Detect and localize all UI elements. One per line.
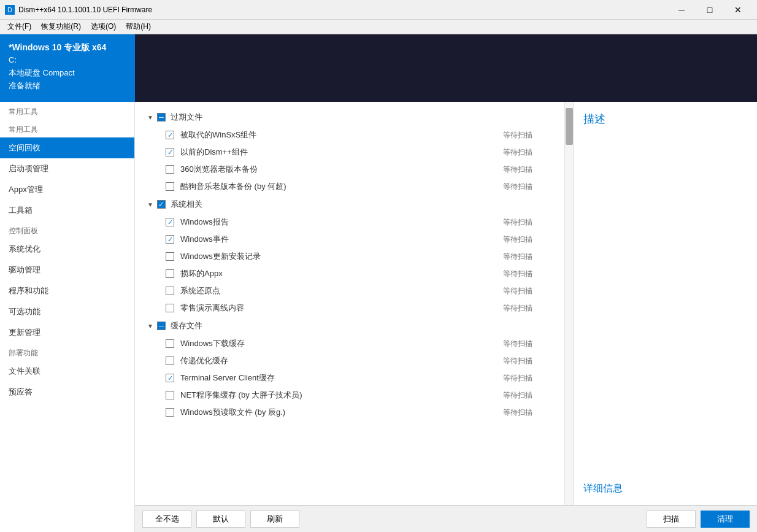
- menu-item-文件(F)[interactable]: 文件(F): [2, 20, 36, 33]
- close-button[interactable]: ✕: [724, 0, 752, 20]
- menu-item-帮助(H)[interactable]: 帮助(H): [121, 20, 156, 33]
- default-button[interactable]: 默认: [196, 511, 245, 528]
- list-item[interactable]: 360浏览器老版本备份等待扫描: [135, 161, 564, 178]
- item-label: 传递优化缓存: [180, 355, 491, 366]
- list-item[interactable]: Windows更新安装记录等待扫描: [135, 248, 564, 265]
- collapse-arrow-icon: ▼: [147, 323, 153, 330]
- item-checkbox[interactable]: [166, 165, 174, 174]
- item-checkbox[interactable]: [166, 235, 174, 244]
- title-bar-text: Dism++x64 10.1.1001.10 UEFI Firmware: [18, 6, 667, 14]
- item-label: 以前的Dism++组件: [180, 147, 491, 158]
- list-item[interactable]: 传递优化缓存等待扫描: [135, 352, 564, 369]
- item-checkbox[interactable]: [166, 357, 174, 365]
- item-label: Windows预读取文件 (by 辰g.): [180, 407, 491, 418]
- list-item[interactable]: 损坏的Appx等待扫描: [135, 265, 564, 282]
- category-header-1[interactable]: ▼✓系统相关: [135, 195, 564, 214]
- item-label: 被取代的WinSxS组件: [180, 129, 491, 141]
- list-item[interactable]: 零售演示离线内容等待扫描: [135, 299, 564, 317]
- restore-button[interactable]: □: [696, 0, 724, 20]
- category-label: 缓存文件: [171, 320, 202, 331]
- category-label: 系统相关: [171, 199, 202, 210]
- category-checkbox[interactable]: ✓: [157, 200, 166, 209]
- scrollbar-thumb[interactable]: [566, 108, 573, 145]
- sidebar-item-工具箱[interactable]: 工具箱: [0, 200, 134, 221]
- content-main: ▼─过期文件被取代的WinSxS组件等待扫描以前的Dism++组件等待扫描360…: [135, 102, 757, 505]
- minimize-button[interactable]: ─: [667, 0, 696, 20]
- item-status: 等待扫描: [503, 252, 552, 262]
- sidebar-item-空间回收[interactable]: 空间回收: [0, 137, 134, 158]
- sidebar-item-程序和功能[interactable]: 程序和功能: [0, 280, 134, 301]
- item-label: 360浏览器老版本备份: [180, 164, 491, 175]
- checklist-panel[interactable]: ▼─过期文件被取代的WinSxS组件等待扫描以前的Dism++组件等待扫描360…: [135, 102, 564, 505]
- sidebar: 常用工具 常用工具空间回收启动项管理Appx管理工具箱控制面板系统优化驱动管理程…: [0, 102, 135, 532]
- item-label: Windows事件: [180, 234, 491, 245]
- item-checkbox[interactable]: [166, 408, 174, 417]
- item-status: 等待扫描: [503, 147, 552, 158]
- item-checkbox[interactable]: [166, 252, 174, 261]
- list-item[interactable]: 系统还原点等待扫描: [135, 282, 564, 299]
- refresh-button[interactable]: 刷新: [250, 511, 299, 528]
- item-checkbox[interactable]: [166, 131, 174, 139]
- item-status: 等待扫描: [503, 407, 552, 418]
- item-label: Windows下载缓存: [180, 338, 491, 349]
- clean-button[interactable]: 清理: [701, 511, 750, 528]
- item-checkbox[interactable]: [166, 374, 174, 382]
- list-item[interactable]: 被取代的WinSxS组件等待扫描: [135, 126, 564, 144]
- menu-item-恢复功能(R)[interactable]: 恢复功能(R): [36, 20, 86, 33]
- item-status: 等待扫描: [503, 373, 552, 384]
- list-item[interactable]: NET程序集缓存 (by 大胖子技术员)等待扫描: [135, 387, 564, 404]
- item-label: NET程序集缓存 (by 大胖子技术员): [180, 390, 491, 401]
- list-item[interactable]: Windows事件等待扫描: [135, 231, 564, 248]
- sidebar-item-启动项管理[interactable]: 启动项管理: [0, 158, 134, 179]
- menu-bar: 文件(F)恢复功能(R)选项(O)帮助(H): [0, 20, 757, 34]
- header-line2: C:: [9, 54, 126, 67]
- sidebar-item-系统优化[interactable]: 系统优化: [0, 239, 134, 260]
- item-checkbox[interactable]: [166, 287, 174, 295]
- list-item[interactable]: 酷狗音乐老版本备份 (by 何超)等待扫描: [135, 178, 564, 195]
- item-checkbox[interactable]: [166, 148, 174, 156]
- list-item[interactable]: Windows预读取文件 (by 辰g.)等待扫描: [135, 404, 564, 421]
- header-line1: *Windows 10 专业版 x64: [9, 40, 126, 54]
- detail-title: 详细信息: [583, 482, 747, 495]
- title-bar: D Dism++x64 10.1.1001.10 UEFI Firmware ─…: [0, 0, 757, 20]
- item-label: Terminal Server Client缓存: [180, 372, 491, 384]
- list-item[interactable]: Windows报告等待扫描: [135, 214, 564, 231]
- item-label: 损坏的Appx: [180, 268, 491, 279]
- item-checkbox[interactable]: [166, 182, 174, 191]
- title-bar-buttons: ─ □ ✕: [667, 0, 752, 20]
- list-item[interactable]: 以前的Dism++组件等待扫描: [135, 144, 564, 161]
- menu-item-选项(O)[interactable]: 选项(O): [86, 20, 121, 33]
- scrollbar-track[interactable]: [564, 102, 573, 505]
- item-checkbox[interactable]: [166, 218, 174, 226]
- item-checkbox[interactable]: [166, 339, 174, 348]
- collapse-arrow-icon: ▼: [147, 201, 153, 208]
- sidebar-item-驱动管理[interactable]: 驱动管理: [0, 260, 134, 280]
- desc-title: 描述: [583, 112, 747, 126]
- header-right: [135, 34, 757, 102]
- bottom-bar: 全不选 默认 刷新 扫描 清理: [135, 505, 757, 532]
- list-item[interactable]: Windows下载缓存等待扫描: [135, 335, 564, 352]
- main-content: 常用工具 常用工具空间回收启动项管理Appx管理工具箱控制面板系统优化驱动管理程…: [0, 102, 757, 532]
- scan-button[interactable]: 扫描: [647, 511, 696, 528]
- sidebar-item-Appx管理[interactable]: Appx管理: [0, 179, 134, 200]
- sidebar-item-更新管理[interactable]: 更新管理: [0, 322, 134, 343]
- sidebar-item-可选功能[interactable]: 可选功能: [0, 301, 134, 322]
- sidebar-item-预应答[interactable]: 预应答: [0, 382, 134, 403]
- category-label: 过期文件: [171, 112, 202, 123]
- list-item[interactable]: Terminal Server Client缓存等待扫描: [135, 369, 564, 387]
- item-status: 等待扫描: [503, 182, 552, 192]
- item-status: 等待扫描: [503, 234, 552, 245]
- item-checkbox[interactable]: [166, 304, 174, 312]
- item-checkbox[interactable]: [166, 391, 174, 399]
- select-none-button[interactable]: 全不选: [142, 511, 191, 528]
- header-line4: 准备就绪: [9, 80, 126, 93]
- category-header-2[interactable]: ▼─缓存文件: [135, 317, 564, 335]
- category-checkbox[interactable]: ─: [157, 322, 166, 330]
- category-checkbox[interactable]: ─: [157, 113, 166, 121]
- item-status: 等待扫描: [503, 303, 552, 314]
- item-checkbox[interactable]: [166, 269, 174, 278]
- item-status: 等待扫描: [503, 269, 552, 279]
- sidebar-item-文件关联[interactable]: 文件关联: [0, 361, 134, 382]
- app-icon: D: [5, 5, 15, 15]
- category-header-0[interactable]: ▼─过期文件: [135, 108, 564, 126]
